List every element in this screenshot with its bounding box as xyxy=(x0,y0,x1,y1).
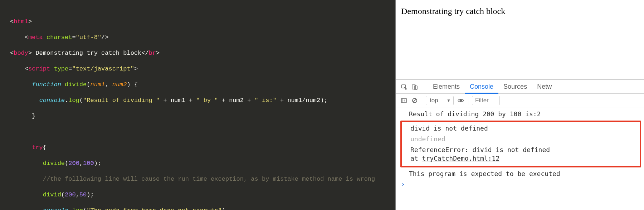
tab-network[interactable]: Netw xyxy=(532,80,557,94)
console-log-row: Result of dividing 200 by 100 is:2 xyxy=(396,109,644,119)
device-toggle-icon[interactable] xyxy=(411,83,418,91)
console-filter-input[interactable] xyxy=(472,96,500,105)
page-text: Demonstrating try catch block xyxy=(401,6,505,16)
separator xyxy=(424,83,424,91)
tab-console[interactable]: Console xyxy=(465,80,498,94)
inspect-icon[interactable] xyxy=(400,83,408,91)
console-log-row: undefined xyxy=(402,134,640,145)
code-content: <html> <meta charset="utf-8"/> <body> De… xyxy=(10,2,375,210)
stack-trace-link[interactable]: tryCatchDemo.html:12 xyxy=(422,155,500,162)
highlighted-error-block: divid is not defined undefined Reference… xyxy=(400,121,641,167)
separator xyxy=(468,97,468,104)
console-toolbar: top ▼ xyxy=(396,94,644,107)
editor-gutter xyxy=(0,2,8,210)
execution-context-dropdown[interactable]: top ▼ xyxy=(426,96,454,105)
console-prompt[interactable]: › xyxy=(396,179,644,189)
separator xyxy=(422,97,422,104)
code-editor-pane[interactable]: <html> <meta charset="utf-8"/> <body> De… xyxy=(0,0,395,210)
console-log-row: This program is expected to be executed xyxy=(396,169,644,179)
console-output: Result of dividing 200 by 100 is:2 divid… xyxy=(396,107,644,189)
tab-elements[interactable]: Elements xyxy=(428,80,465,94)
console-log-row: divid is not defined xyxy=(402,123,640,134)
tab-sources[interactable]: Sources xyxy=(498,80,532,94)
rendered-page: Demonstrating try catch block xyxy=(396,0,644,80)
svg-point-5 xyxy=(460,99,462,101)
context-select[interactable]: top xyxy=(426,96,454,105)
devtools-tabs-bar: Elements Console Sources Netw xyxy=(396,80,644,94)
live-expression-eye-icon[interactable] xyxy=(457,97,464,104)
svg-rect-1 xyxy=(412,85,415,89)
svg-rect-0 xyxy=(402,85,406,88)
console-log-row: ReferenceError: divid is not defined at … xyxy=(402,145,640,164)
clear-console-icon[interactable] xyxy=(411,97,418,104)
browser-pane: Demonstrating try catch block Elements C… xyxy=(395,0,644,210)
devtools: Elements Console Sources Netw top ▼ xyxy=(396,80,644,189)
console-sidebar-toggle-icon[interactable] xyxy=(400,97,408,104)
